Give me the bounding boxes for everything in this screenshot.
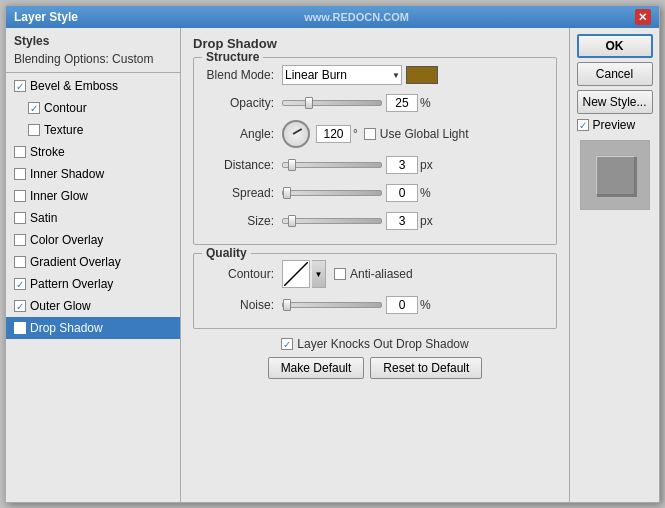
checkbox-gradient-overlay[interactable] (14, 256, 26, 268)
distance-slider[interactable] (282, 162, 382, 168)
blend-mode-row: Blend Mode: Linear Burn Normal Multiply (204, 64, 546, 86)
checkbox-inner-shadow[interactable] (14, 168, 26, 180)
layer-item-inner-glow[interactable]: Inner Glow (6, 185, 180, 207)
layer-item-stroke[interactable]: Stroke (6, 141, 180, 163)
layer-item-inner-shadow[interactable]: Inner Shadow (6, 163, 180, 185)
checkbox-preview[interactable] (577, 119, 589, 131)
dialog-title: Layer Style (14, 10, 78, 24)
label-satin: Satin (30, 211, 57, 225)
size-thumb[interactable] (288, 215, 296, 227)
label-inner-shadow: Inner Shadow (30, 167, 104, 181)
angle-dial[interactable] (282, 120, 310, 148)
btn-row: Make Default Reset to Default (193, 357, 557, 379)
checkbox-drop-shadow[interactable] (14, 322, 26, 334)
size-unit: px (420, 214, 433, 228)
layer-item-contour[interactable]: Contour (6, 97, 180, 119)
checkbox-pattern-overlay[interactable] (14, 278, 26, 290)
main-panel: Drop Shadow Structure Blend Mode: Linear… (181, 28, 569, 502)
angle-row: Angle: ° Use Global Light (204, 120, 546, 148)
styles-label[interactable]: Styles (10, 32, 176, 50)
blending-options-label[interactable]: Blending Options: Custom (10, 50, 176, 68)
spread-label: Spread: (204, 186, 274, 200)
cancel-button[interactable]: Cancel (577, 62, 653, 86)
label-bevel-emboss: Bevel & Emboss (30, 79, 118, 93)
checkbox-contour[interactable] (28, 102, 40, 114)
ok-button[interactable]: OK (577, 34, 653, 58)
noise-thumb[interactable] (283, 299, 291, 311)
layer-item-satin[interactable]: Satin (6, 207, 180, 229)
layer-item-gradient-overlay[interactable]: Gradient Overlay (6, 251, 180, 273)
label-inner-glow: Inner Glow (30, 189, 88, 203)
opacity-input[interactable] (386, 94, 418, 112)
size-row: Size: px (204, 210, 546, 232)
layer-knocks-text: Layer Knocks Out Drop Shadow (297, 337, 468, 351)
spread-unit: % (420, 186, 431, 200)
svg-line-0 (284, 262, 308, 286)
angle-unit: ° (353, 127, 358, 141)
anti-aliased-label[interactable]: Anti-aliased (334, 267, 413, 281)
reset-to-default-button[interactable]: Reset to Default (370, 357, 482, 379)
checkbox-global-light[interactable] (364, 128, 376, 140)
label-color-overlay: Color Overlay (30, 233, 103, 247)
checkbox-inner-glow[interactable] (14, 190, 26, 202)
size-slider[interactable] (282, 218, 382, 224)
noise-row: Noise: % (204, 294, 546, 316)
spread-input[interactable] (386, 184, 418, 202)
close-button[interactable]: ✕ (635, 9, 651, 25)
noise-slider[interactable] (282, 302, 382, 308)
preview-checkbox-row: Preview (577, 118, 653, 132)
checkbox-layer-knocks[interactable] (281, 338, 293, 350)
distance-label: Distance: (204, 158, 274, 172)
checkbox-satin[interactable] (14, 212, 26, 224)
distance-input[interactable] (386, 156, 418, 174)
label-texture: Texture (44, 123, 83, 137)
preview-label: Preview (593, 118, 636, 132)
preview-thumbnail (580, 140, 650, 210)
preview-inner (595, 155, 635, 195)
noise-input[interactable] (386, 296, 418, 314)
blend-color-swatch[interactable] (406, 66, 438, 84)
checkbox-texture[interactable] (28, 124, 40, 136)
opacity-thumb[interactable] (305, 97, 313, 109)
left-top: Styles Blending Options: Custom (6, 28, 180, 73)
global-light-label[interactable]: Use Global Light (364, 127, 469, 141)
blend-mode-select[interactable]: Linear Burn Normal Multiply (282, 65, 402, 85)
layer-item-texture[interactable]: Texture (6, 119, 180, 141)
layer-knocks-label[interactable]: Layer Knocks Out Drop Shadow (281, 337, 468, 351)
dialog-body: Styles Blending Options: Custom Bevel & … (6, 28, 659, 502)
left-panel: Styles Blending Options: Custom Bevel & … (6, 28, 181, 502)
contour-row: Contour: ▼ Anti-aliased (204, 260, 546, 288)
anti-aliased-text: Anti-aliased (350, 267, 413, 281)
opacity-row: Opacity: % (204, 92, 546, 114)
layer-item-color-overlay[interactable]: Color Overlay (6, 229, 180, 251)
spread-row: Spread: % (204, 182, 546, 204)
layer-item-bevel-emboss[interactable]: Bevel & Emboss (6, 75, 180, 97)
checkbox-anti-aliased[interactable] (334, 268, 346, 280)
contour-dropdown[interactable]: ▼ (312, 260, 326, 288)
preview-shadow (597, 157, 637, 197)
distance-unit: px (420, 158, 433, 172)
checkbox-outer-glow[interactable] (14, 300, 26, 312)
contour-preview[interactable] (282, 260, 310, 288)
layer-list: Bevel & Emboss Contour Texture Stroke (6, 73, 180, 502)
make-default-button[interactable]: Make Default (268, 357, 365, 379)
opacity-label: Opacity: (204, 96, 274, 110)
layer-item-pattern-overlay[interactable]: Pattern Overlay (6, 273, 180, 295)
opacity-slider[interactable] (282, 100, 382, 106)
layer-item-drop-shadow[interactable]: Drop Shadow (6, 317, 180, 339)
size-label: Size: (204, 214, 274, 228)
checkbox-color-overlay[interactable] (14, 234, 26, 246)
spread-slider[interactable] (282, 190, 382, 196)
size-input[interactable] (386, 212, 418, 230)
structure-title: Structure (202, 50, 263, 64)
checkbox-bevel-emboss[interactable] (14, 80, 26, 92)
layer-knocks-row: Layer Knocks Out Drop Shadow (193, 337, 557, 351)
spread-thumb[interactable] (283, 187, 291, 199)
angle-input[interactable] (316, 125, 351, 143)
layer-item-outer-glow[interactable]: Outer Glow (6, 295, 180, 317)
distance-row: Distance: px (204, 154, 546, 176)
checkbox-stroke[interactable] (14, 146, 26, 158)
distance-thumb[interactable] (288, 159, 296, 171)
new-style-button[interactable]: New Style... (577, 90, 653, 114)
right-panel: OK Cancel New Style... Preview (569, 28, 659, 502)
